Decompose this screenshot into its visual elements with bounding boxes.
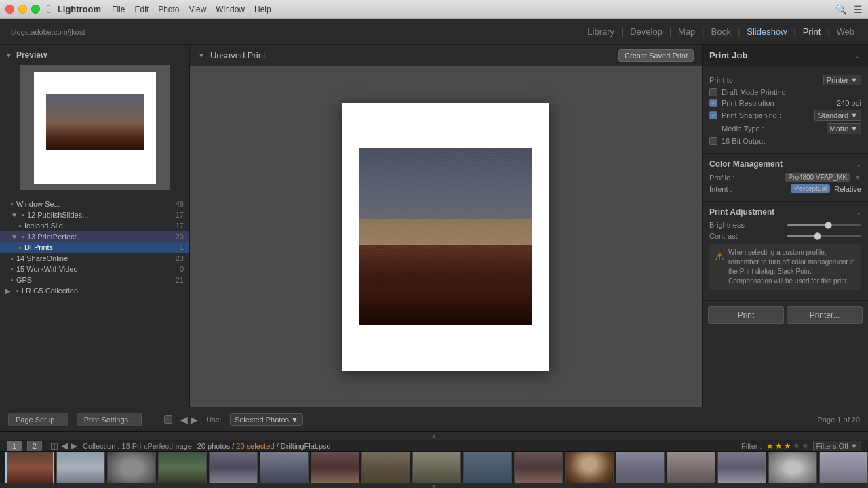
menu-file[interactable]: File	[112, 5, 125, 14]
color-mgmt-expand-icon[interactable]: ⌄	[856, 161, 861, 168]
divider	[153, 413, 153, 426]
intent-perceptual[interactable]: Perceptual	[791, 184, 830, 193]
thumbnail-10[interactable]	[463, 452, 512, 483]
thumbnail-5[interactable]	[209, 452, 258, 483]
module-print[interactable]: Print	[800, 25, 824, 38]
tree-item-gps[interactable]: ▪ GPS 21	[0, 274, 189, 285]
module-develop[interactable]: Develop	[627, 25, 665, 38]
create-saved-print-button[interactable]: Create Saved Print	[618, 49, 694, 62]
filmstrip-bottom-arrow[interactable]: ▼	[0, 483, 868, 488]
print-adj-expand-icon[interactable]: ⌄	[856, 209, 861, 216]
module-book[interactable]: Book	[708, 25, 734, 38]
use-dropdown[interactable]: Selected Photos ▼	[230, 413, 303, 426]
print-to-dropdown[interactable]: Printer ▼	[823, 75, 861, 85]
expand-icon: ▼	[11, 233, 19, 241]
use-dropdown-icon: ▼	[291, 415, 298, 424]
thumbnail-6[interactable]	[260, 452, 309, 483]
thumbnail-2[interactable]	[56, 452, 105, 483]
tree-item-window-se[interactable]: ▪ Window Se... 48	[0, 199, 189, 209]
module-map[interactable]: Map	[675, 25, 698, 38]
module-library[interactable]: Library	[585, 25, 617, 38]
thumbnail-9[interactable]	[412, 452, 461, 483]
print-button[interactable]: Print	[708, 306, 784, 324]
media-type-dropdown[interactable]: Matte ▼	[827, 123, 861, 134]
tree-item-publishslides[interactable]: ▼ ▪ 12 PublishSlides... 17	[0, 209, 189, 220]
tree-item-di-prints[interactable]: ▪ DI Prints 1	[0, 242, 189, 253]
star-1[interactable]: ★	[766, 441, 774, 451]
profile-value[interactable]: Pro4800 VFAP_MK	[785, 173, 850, 182]
star-5[interactable]: ★	[802, 441, 809, 451]
grid-view-icon[interactable]: ◫	[50, 441, 58, 451]
menu-help[interactable]: Help	[254, 5, 271, 14]
print-sharpening-checkbox[interactable]: ✓	[709, 111, 717, 119]
print-resolution-checkbox[interactable]: ✓	[709, 99, 717, 107]
printer-button[interactable]: Printer...	[787, 306, 863, 324]
list-icon[interactable]: ☰	[854, 4, 863, 15]
star-3[interactable]: ★	[784, 441, 791, 451]
menu-window[interactable]: Window	[216, 5, 245, 14]
panel-expand-icon[interactable]: ⌄	[854, 51, 861, 60]
menu-view[interactable]: View	[189, 5, 207, 14]
bit-output-checkbox[interactable]	[709, 137, 717, 145]
spotlight-icon[interactable]: 🔍	[835, 4, 847, 15]
print-sharpening-dropdown[interactable]: Standard ▼	[814, 110, 861, 121]
app-name: Lightroom	[58, 4, 101, 14]
module-slideshow[interactable]: Slideshow	[744, 25, 789, 38]
folder-icon: ▪	[11, 276, 14, 284]
next-page-arrow[interactable]: ▶	[191, 414, 198, 425]
tree-item-workwithvideo[interactable]: ▪ 15 WorkWithVideo 0	[0, 264, 189, 274]
thumbnail-15[interactable]	[717, 452, 766, 483]
tree-item-printperfect[interactable]: ▼ ▪ 13 PrintPerfect... 20	[0, 231, 189, 242]
module-web[interactable]: Web	[834, 25, 858, 38]
menu-edit[interactable]: Edit	[134, 5, 149, 14]
folder-icon: ▪	[11, 200, 14, 208]
preview-toggle[interactable]: ▼	[5, 52, 12, 59]
minimize-button[interactable]	[18, 5, 27, 14]
page-setup-button[interactable]: Page Setup...	[8, 413, 68, 426]
close-button[interactable]	[5, 5, 14, 14]
print-settings-button[interactable]: Print Settings...	[77, 413, 142, 426]
maximize-button[interactable]	[31, 5, 40, 14]
thumbnail-8[interactable]	[361, 452, 410, 483]
info-box: ⚠ When selecting a custom profile, remem…	[709, 244, 861, 290]
select-photo-checkbox[interactable]	[164, 415, 172, 424]
print-adjustment-section: Print Adjustment ⌄ Brightness Contrast ⚠	[703, 202, 868, 300]
page-2-button[interactable]: 2	[27, 441, 42, 451]
thumbnail-13[interactable]	[616, 452, 665, 483]
tree-item-iceland[interactable]: ▪ Iceland Slid... 17	[0, 220, 189, 231]
thumbnail-12[interactable]	[565, 452, 614, 483]
intent-row: Intent : Perceptual Relative	[709, 184, 861, 193]
center-area: ▼ Unsaved Print Create Saved Print	[190, 45, 702, 407]
tree-item-shareonline[interactable]: ▪ 14 ShareOnline 23	[0, 253, 189, 264]
prev-page-arrow[interactable]: ◀	[180, 414, 188, 425]
thumbnail-7[interactable]	[311, 452, 359, 483]
filter-off-dropdown[interactable]: Filters Off ▼	[813, 441, 861, 451]
preview-paper	[34, 72, 156, 184]
thumbnail-1[interactable]	[5, 452, 54, 483]
print-adj-header: Print Adjustment ⌄	[709, 207, 861, 217]
left-panel-toggle[interactable]: ▼	[198, 52, 205, 59]
tree-count: 48	[176, 200, 184, 208]
dropdown-icon: ▼	[850, 125, 858, 133]
thumbnail-11[interactable]	[514, 452, 563, 483]
filmstrip-collapse-arrow[interactable]: ▲	[0, 432, 868, 440]
star-2[interactable]: ★	[775, 441, 783, 451]
tree-item-lr-collection[interactable]: ▶ ▪ LR G5 Collection	[0, 285, 189, 296]
star-4[interactable]: ★	[793, 441, 800, 451]
contrast-slider[interactable]	[787, 235, 861, 237]
draft-mode-checkbox[interactable]	[709, 88, 717, 96]
intent-label: Intent :	[709, 185, 787, 193]
brightness-slider[interactable]	[787, 224, 861, 226]
next-icon[interactable]: ▶	[71, 441, 77, 451]
filter-stars: ★ ★ ★ ★ ★	[766, 441, 809, 451]
thumbnail-16[interactable]	[768, 452, 817, 483]
prev-icon[interactable]: ◀	[61, 441, 68, 451]
thumbnail-17[interactable]	[819, 452, 868, 483]
menu-photo[interactable]: Photo	[158, 5, 179, 14]
thumbnail-4[interactable]	[158, 452, 207, 483]
page-1-button[interactable]: 1	[7, 441, 22, 451]
intent-relative[interactable]: Relative	[834, 185, 861, 193]
thumbnail-14[interactable]	[667, 452, 715, 483]
tree-count: 20	[176, 232, 184, 241]
thumbnail-3[interactable]	[107, 452, 156, 483]
